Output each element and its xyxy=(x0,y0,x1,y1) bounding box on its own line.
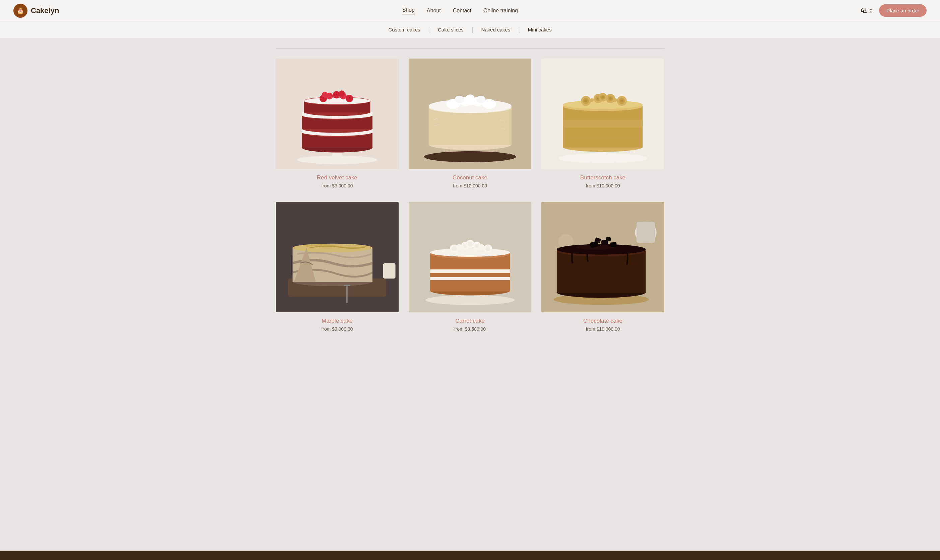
svg-rect-116 xyxy=(557,251,646,293)
svg-rect-80 xyxy=(383,263,396,278)
product-card-carrot[interactable]: Carrot cake from $9,500.00 xyxy=(409,202,532,332)
cart[interactable]: 🛍 0 xyxy=(861,7,872,14)
svg-point-108 xyxy=(456,245,462,250)
svg-point-56 xyxy=(563,100,642,109)
sub-nav: Custom cakes | Cake slices | Naked cakes… xyxy=(0,22,940,38)
logo-text: Cakelyn xyxy=(31,6,59,15)
place-order-button[interactable]: Place an order xyxy=(879,5,927,17)
nav-contact[interactable]: Contact xyxy=(453,8,471,14)
product-name-coconut: Coconut cake xyxy=(452,174,488,181)
svg-rect-87 xyxy=(344,285,350,286)
product-image-coconut xyxy=(409,58,532,169)
subnav-cake-slices[interactable]: Cake slices xyxy=(430,27,472,32)
nav-shop[interactable]: Shop xyxy=(402,7,414,14)
svg-point-73 xyxy=(613,98,617,102)
svg-point-23 xyxy=(322,92,328,98)
product-image-chocolate xyxy=(541,202,664,312)
svg-rect-86 xyxy=(346,285,348,303)
svg-point-25 xyxy=(323,97,324,98)
product-card-chocolate[interactable]: Chocolate cake from $10,000.00 xyxy=(541,202,664,332)
product-image-carrot xyxy=(409,202,532,312)
product-price-red-velvet: from $9,000.00 xyxy=(321,183,353,188)
svg-point-65 xyxy=(610,97,612,99)
product-image-marble xyxy=(276,202,399,312)
svg-rect-54 xyxy=(563,120,642,128)
svg-point-97 xyxy=(430,248,510,257)
cart-icon: 🛍 xyxy=(861,7,867,14)
svg-point-105 xyxy=(485,246,491,251)
svg-point-107 xyxy=(468,242,473,247)
subnav-mini-cakes[interactable]: Mini cakes xyxy=(520,27,560,32)
svg-point-42 xyxy=(466,94,474,101)
nav-about[interactable]: About xyxy=(427,8,441,14)
svg-rect-31 xyxy=(429,108,511,145)
footer-bar xyxy=(0,551,940,560)
svg-rect-124 xyxy=(606,237,611,242)
section-divider xyxy=(276,48,664,49)
svg-point-27 xyxy=(349,97,350,98)
svg-point-68 xyxy=(620,99,624,102)
product-price-butterscotch: from $10,000.00 xyxy=(586,183,620,188)
svg-point-24 xyxy=(339,90,345,96)
svg-rect-95 xyxy=(430,277,510,280)
product-image-red-velvet xyxy=(276,58,399,169)
logo-icon: 🎂 xyxy=(13,4,28,18)
product-name-carrot: Carrot cake xyxy=(455,318,485,325)
nav-online-training[interactable]: Online training xyxy=(483,8,518,14)
header: 🎂 Cakelyn Shop About Contact Online trai… xyxy=(0,0,940,22)
product-price-marble: from $9,000.00 xyxy=(321,326,353,332)
product-grid: Red velvet cake from $9,000.00 xyxy=(276,58,664,332)
svg-rect-122 xyxy=(610,242,617,247)
svg-point-22 xyxy=(346,95,353,102)
subnav-custom-cakes[interactable]: Custom cakes xyxy=(380,27,428,32)
product-card-marble[interactable]: Marble cake from $9,000.00 xyxy=(276,202,399,332)
svg-point-72 xyxy=(590,98,594,102)
svg-point-103 xyxy=(475,244,479,248)
product-image-butterscotch xyxy=(541,58,664,169)
product-name-chocolate: Chocolate cake xyxy=(583,318,622,325)
logo[interactable]: 🎂 Cakelyn xyxy=(13,4,59,18)
product-name-butterscotch: Butterscotch cake xyxy=(580,174,625,181)
svg-point-41 xyxy=(476,96,485,103)
svg-rect-112 xyxy=(636,222,655,243)
main-nav: Shop About Contact Online training xyxy=(402,7,518,14)
svg-rect-94 xyxy=(430,269,510,273)
main-content: Red velvet cake from $9,000.00 xyxy=(269,38,671,352)
svg-point-99 xyxy=(452,246,457,251)
svg-rect-55 xyxy=(563,132,642,138)
svg-point-29 xyxy=(424,151,516,162)
product-card-coconut[interactable]: Coconut cake from $10,000.00 xyxy=(409,58,532,188)
product-price-chocolate: from $10,000.00 xyxy=(586,326,620,332)
product-name-red-velvet: Red velvet cake xyxy=(317,174,357,181)
svg-point-109 xyxy=(478,245,485,250)
product-card-butterscotch[interactable]: Butterscotch cake from $10,000.00 xyxy=(541,58,664,188)
subnav-naked-cakes[interactable]: Naked cakes xyxy=(473,27,518,32)
svg-point-71 xyxy=(602,96,604,98)
svg-point-59 xyxy=(585,99,588,102)
cart-count: 0 xyxy=(870,8,872,13)
svg-point-26 xyxy=(336,93,337,95)
product-card-red-velvet[interactable]: Red velvet cake from $9,000.00 xyxy=(276,58,399,188)
product-name-marble: Marble cake xyxy=(322,318,353,325)
product-price-coconut: from $10,000.00 xyxy=(453,183,487,188)
svg-point-17 xyxy=(304,97,370,104)
header-right: 🛍 0 Place an order xyxy=(861,5,927,17)
product-price-carrot: from $9,500.00 xyxy=(454,326,486,332)
svg-point-40 xyxy=(455,96,464,103)
